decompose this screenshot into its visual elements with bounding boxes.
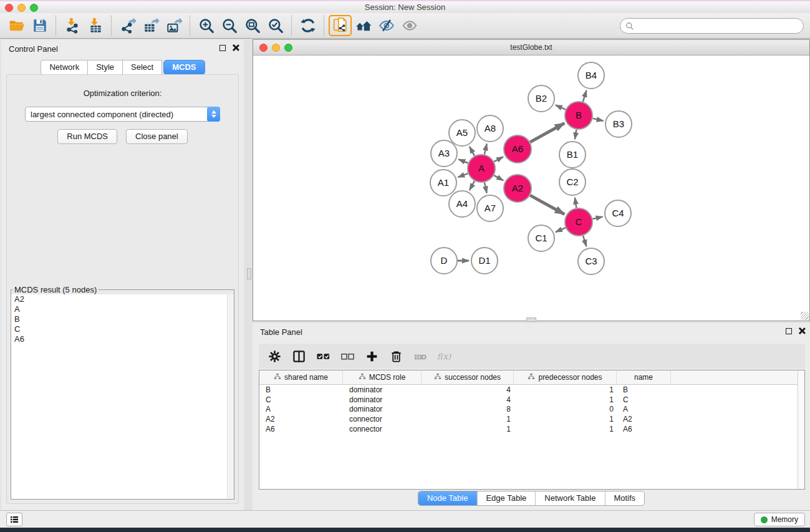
- graph-node-C4[interactable]: C4: [605, 200, 631, 226]
- horizontal-splitter-handle[interactable]: [526, 317, 536, 322]
- show-all-icon[interactable]: [398, 15, 421, 36]
- network-zoom-button[interactable]: [284, 44, 292, 52]
- run-mcds-button[interactable]: Run MCDS: [57, 129, 117, 144]
- column-header-successor-nodes[interactable]: successor nodes: [422, 370, 514, 384]
- table-row[interactable]: A6connector11A6: [259, 424, 804, 434]
- graph-node-B[interactable]: B: [565, 102, 592, 129]
- graph-node-B3[interactable]: B3: [605, 111, 632, 137]
- vertical-splitter-handle[interactable]: [247, 268, 251, 279]
- function-builder-icon[interactable]: f(x): [436, 348, 453, 364]
- graph-node-A5[interactable]: A5: [449, 120, 475, 146]
- graph-edge-C-C1[interactable]: [556, 228, 566, 232]
- show-panel-list-button[interactable]: [6, 513, 22, 526]
- graph-node-C1[interactable]: C1: [528, 225, 554, 251]
- export-image-icon[interactable]: [162, 15, 185, 36]
- minimize-window-button[interactable]: [17, 4, 26, 12]
- table-row[interactable]: Adominator80A: [259, 405, 804, 415]
- graph-node-A2[interactable]: A2: [504, 175, 531, 202]
- graph-node-A6[interactable]: A6: [504, 135, 531, 163]
- tab-edge-table[interactable]: Edge Table: [477, 491, 536, 505]
- graph-edge-A-A6[interactable]: [494, 157, 503, 162]
- open-file-icon[interactable]: [5, 15, 28, 36]
- import-network-icon[interactable]: [60, 15, 84, 36]
- refresh-icon[interactable]: [296, 15, 319, 36]
- zoom-out-icon[interactable]: [218, 15, 241, 36]
- graph-node-B1[interactable]: B1: [559, 142, 586, 168]
- graph-edge-A-A8[interactable]: [485, 143, 487, 154]
- graph-node-C2[interactable]: C2: [559, 169, 586, 195]
- mcds-result-item[interactable]: B: [11, 314, 234, 324]
- import-table-icon[interactable]: [84, 15, 107, 36]
- close-panel-button[interactable]: Close panel: [126, 129, 188, 144]
- column-header-name[interactable]: name: [617, 370, 671, 384]
- tab-mcds[interactable]: MCDS: [163, 60, 205, 75]
- graph-edge-A-A4[interactable]: [470, 181, 475, 190]
- graph-node-C3[interactable]: C3: [578, 248, 604, 274]
- column-header-shared-name[interactable]: shared name: [259, 370, 343, 384]
- graph-edge-A6-B[interactable]: [530, 123, 564, 142]
- search-input[interactable]: [634, 20, 803, 32]
- graph-node-D1[interactable]: D1: [471, 248, 498, 274]
- export-table-icon[interactable]: [139, 15, 162, 36]
- mcds-result-item[interactable]: A: [11, 304, 234, 314]
- graph-node-A3[interactable]: A3: [431, 140, 457, 167]
- hide-selected-icon[interactable]: [375, 15, 398, 36]
- optimization-criterion-dropdown[interactable]: largest connected component (directed): [25, 107, 220, 122]
- table-scrollbar[interactable]: [798, 370, 804, 489]
- graph-edge-B-B2[interactable]: [556, 105, 566, 109]
- zoom-window-button[interactable]: [30, 4, 38, 12]
- mcds-result-item[interactable]: A6: [11, 334, 234, 344]
- close-table-panel-icon[interactable]: [798, 327, 805, 334]
- graph-node-A[interactable]: A: [468, 155, 495, 182]
- graph-node-A4[interactable]: A4: [449, 191, 475, 217]
- graph-edge-C-C4[interactable]: [593, 216, 603, 219]
- export-network-icon[interactable]: [116, 15, 139, 36]
- close-window-button[interactable]: [5, 4, 13, 12]
- network-minimize-button[interactable]: [272, 44, 280, 52]
- graph-node-A1[interactable]: A1: [430, 170, 456, 196]
- graph-node-B2[interactable]: B2: [528, 85, 554, 112]
- graph-edge-B-B3[interactable]: [593, 118, 604, 121]
- graph-edge-B-B4[interactable]: [583, 90, 587, 102]
- graph-node-A8[interactable]: A8: [477, 115, 503, 142]
- zoom-selected-icon[interactable]: [264, 15, 287, 36]
- column-header-MCDS-role[interactable]: MCDS role: [343, 370, 422, 384]
- zoom-fit-icon[interactable]: [241, 15, 264, 36]
- save-session-icon[interactable]: [28, 15, 51, 36]
- delete-table-icon[interactable]: [412, 348, 428, 364]
- graph-node-C[interactable]: C: [565, 208, 592, 236]
- graph-node-B4[interactable]: B4: [578, 62, 604, 89]
- tab-style[interactable]: Style: [87, 60, 123, 75]
- tab-motifs[interactable]: Motifs: [605, 491, 644, 505]
- add-column-icon[interactable]: [364, 348, 380, 364]
- graph-edge-B-B1[interactable]: [575, 130, 577, 140]
- new-network-from-selection-icon[interactable]: [329, 15, 352, 36]
- memory-button[interactable]: Memory: [754, 513, 805, 526]
- zoom-in-icon[interactable]: [195, 15, 218, 36]
- graph-edge-C-C2[interactable]: [575, 198, 577, 208]
- graph-node-D[interactable]: D: [431, 248, 457, 274]
- gear-icon[interactable]: [266, 348, 282, 364]
- table-row[interactable]: Bdominator41B: [259, 385, 804, 395]
- graph-edge-A-A2[interactable]: [494, 175, 503, 180]
- mcds-result-item[interactable]: C: [11, 324, 234, 334]
- tab-node-table[interactable]: Node Table: [418, 491, 478, 505]
- search-field[interactable]: [620, 18, 804, 34]
- network-window-titlebar[interactable]: testGlobe.txt: [253, 40, 809, 56]
- float-table-panel-icon[interactable]: [786, 328, 792, 334]
- mcds-result-list[interactable]: A2ABCA6: [11, 294, 234, 499]
- tab-network[interactable]: Network: [41, 60, 88, 75]
- result-scrollbar[interactable]: [227, 294, 234, 499]
- deselect-all-icon[interactable]: [339, 348, 355, 364]
- mcds-result-item[interactable]: A2: [11, 294, 234, 304]
- graph-edge-C-C3[interactable]: [583, 236, 586, 246]
- column-header-predecessor-nodes[interactable]: predecessor nodes: [514, 370, 617, 384]
- first-neighbors-icon[interactable]: [352, 15, 375, 36]
- network-canvas[interactable]: B4B2BB3A5A8A6B1A3AA1C2A2A4A7C4CC1C3DD1: [253, 56, 809, 321]
- tab-select[interactable]: Select: [122, 60, 162, 75]
- network-close-button[interactable]: [259, 44, 268, 52]
- table-row[interactable]: A2connector11A2: [259, 414, 804, 424]
- graph-edge-A-A3[interactable]: [458, 159, 468, 163]
- close-panel-icon[interactable]: [232, 44, 239, 51]
- graph-node-A7[interactable]: A7: [477, 195, 503, 221]
